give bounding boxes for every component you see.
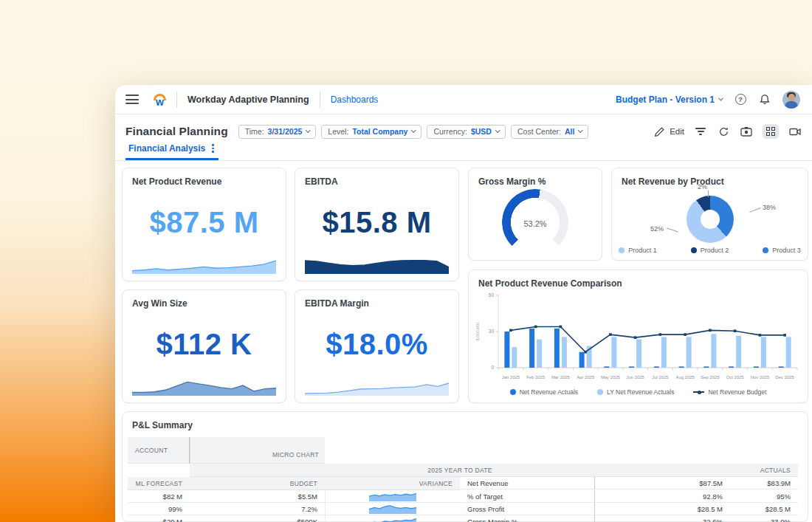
- row-account-label: Net Revenue: [460, 477, 595, 490]
- row-account-label: Gross Profit: [460, 503, 595, 515]
- filter-label: Level:: [328, 127, 348, 136]
- help-icon[interactable]: ?: [734, 93, 747, 106]
- svg-text:$,000,000: $,000,000: [475, 323, 480, 341]
- filter-icon[interactable]: [694, 125, 707, 138]
- notifications-bell-icon[interactable]: [758, 93, 771, 106]
- chart-card-net-product-revenue-comparison: Net Product Revenue Comparison 03060$,00…: [468, 269, 808, 403]
- snapshot-camera-icon[interactable]: [740, 125, 753, 138]
- divider: [320, 92, 320, 108]
- menu-icon[interactable]: [125, 95, 139, 104]
- chevron-down-icon: [718, 96, 723, 101]
- svg-text:Feb 2025: Feb 2025: [526, 375, 546, 380]
- edit-pencil-icon[interactable]: [653, 125, 666, 138]
- svg-text:Apr 2025: Apr 2025: [577, 375, 595, 380]
- cell-budget: 99%: [128, 503, 190, 515]
- column-header-account: ACCOUNT: [128, 437, 190, 464]
- filter-chip-cost-center[interactable]: Cost Center:All: [511, 125, 588, 139]
- card-title: EBITDA: [295, 168, 458, 187]
- legend-item-net-revenue-budget: Net Revenue Budget: [693, 388, 766, 396]
- sparkline-chart: [305, 251, 449, 274]
- svg-text:30: 30: [489, 329, 495, 334]
- filter-value: 3/31/2025: [268, 127, 303, 136]
- filter-label: Cost Center:: [517, 127, 561, 136]
- refresh-icon[interactable]: [717, 125, 730, 138]
- legend-dot-icon: [597, 389, 603, 395]
- cell-actuals: $87.5M: [595, 477, 730, 490]
- card-title: Net Product Revenue: [123, 168, 286, 187]
- chevron-down-icon: [411, 127, 416, 132]
- chevron-down-icon: [495, 127, 500, 132]
- card-title: Net Product Revenue Comparison: [469, 270, 808, 289]
- filter-chip-level[interactable]: Level:Total Company: [321, 125, 422, 139]
- app-window: w Workday Adaptive Planning Dashboards B…: [115, 85, 812, 522]
- user-avatar[interactable]: [782, 91, 800, 109]
- donut-legend: Product 1Product 2Product 3: [612, 247, 808, 254]
- gauge-chart: 53.2%: [502, 189, 568, 255]
- page-title: Financial Planning: [125, 125, 228, 138]
- cell-ml-forecast: $28.5 M: [730, 503, 798, 515]
- row-account-label: Gross Margin %: [460, 515, 595, 522]
- donut-callout: 38%: [763, 204, 776, 211]
- svg-text:May 2025: May 2025: [601, 375, 621, 380]
- tab-financial-analysis[interactable]: Financial Analysis: [125, 143, 219, 160]
- legend-line-icon: [693, 391, 704, 393]
- legend-dot-icon: [763, 247, 768, 253]
- gauge-value: 53.2%: [502, 219, 568, 228]
- cell-ml-forecast: $83.9M: [730, 477, 798, 490]
- row-account-label: % of Target: [460, 490, 595, 503]
- grid-view-button[interactable]: [763, 124, 779, 139]
- filter-chip-time[interactable]: Time:3/31/2025: [238, 125, 317, 139]
- workday-logo-icon[interactable]: w: [154, 94, 166, 106]
- legend-dot-icon: [510, 389, 516, 395]
- tab-bar: Financial Analysis: [115, 144, 812, 161]
- card-title: EBITDA Margin: [295, 290, 458, 309]
- cell-micro-chart: [325, 490, 460, 503]
- cell-ml-forecast: 95%: [730, 490, 798, 503]
- svg-text:Aug 2025: Aug 2025: [676, 375, 695, 380]
- edit-button[interactable]: Edit: [670, 127, 684, 136]
- cell-budget: $82 M: [128, 490, 190, 503]
- dashboard-header: Financial Planning Time:3/31/2025Level:T…: [115, 119, 812, 144]
- legend-item-product-1: Product 1: [619, 247, 657, 254]
- column-group-header: 2025 YEAR TO DATE: [190, 464, 730, 477]
- donut-callout: 2%: [698, 183, 707, 190]
- column-header-ml-forecast: ML FORECAST: [128, 477, 190, 490]
- video-camera-icon[interactable]: [788, 125, 802, 138]
- cell-variance: $5.5M: [190, 490, 325, 503]
- toolbar: Edit: [653, 124, 802, 139]
- kpi-value: $112 K: [123, 328, 286, 361]
- sparkline-chart: [132, 373, 276, 396]
- donut-card-net-revenue-by-product: Net Revenue by Product 2% 38% 52% Produc…: [611, 168, 808, 261]
- card-title: Gross Margin %: [469, 168, 602, 187]
- svg-text:0: 0: [491, 365, 494, 370]
- kpi-value: $15.8 M: [295, 206, 458, 239]
- svg-text:Jul 2025: Jul 2025: [652, 375, 669, 380]
- cell-ml-forecast: 33.9%: [730, 515, 798, 522]
- donut-chart: [687, 196, 734, 243]
- dashboard-canvas: Net Product Revenue $87.5 M EBITDA $15.8…: [115, 161, 812, 522]
- svg-text:Jun 2025: Jun 2025: [627, 375, 645, 380]
- top-bar: w Workday Adaptive Planning Dashboards B…: [115, 85, 812, 114]
- sparkline-chart: [132, 251, 276, 274]
- donut-callout: 52%: [650, 225, 664, 233]
- bar-line-chart: 03060$,000,000Jan 2025Feb 2025Mar 2025Ap…: [473, 291, 803, 384]
- svg-text:Nov 2025: Nov 2025: [751, 375, 770, 380]
- cell-actuals: 92.8%: [595, 490, 730, 503]
- gauge-card-gross-margin: Gross Margin % 53.2%: [468, 168, 602, 261]
- tab-options-kebab-icon[interactable]: [210, 144, 216, 153]
- filter-value: Total Company: [352, 127, 407, 136]
- filter-chip-currency[interactable]: Currency:$USD: [427, 125, 506, 139]
- page-background: w Workday Adaptive Planning Dashboards B…: [0, 0, 812, 522]
- kpi-card-net-product-revenue: Net Product Revenue $87.5 M: [122, 168, 286, 281]
- filter-label: Time:: [245, 127, 264, 136]
- column-header-variance: VARIANCE: [325, 477, 460, 490]
- nav-dashboards[interactable]: Dashboards: [331, 95, 379, 105]
- legend-item-product-3: Product 3: [763, 247, 801, 254]
- kpi-card-ebitda: EBITDA $15.8 M: [295, 168, 459, 281]
- legend-item-product-2: Product 2: [691, 247, 729, 254]
- filter-value: $USD: [471, 127, 492, 136]
- filter-chips: Time:3/31/2025Level:Total CompanyCurrenc…: [238, 125, 589, 139]
- version-selector[interactable]: Budget Plan - Version 1: [616, 95, 723, 105]
- kpi-value: $18.0%: [295, 328, 458, 361]
- cell-micro-chart: [325, 515, 460, 522]
